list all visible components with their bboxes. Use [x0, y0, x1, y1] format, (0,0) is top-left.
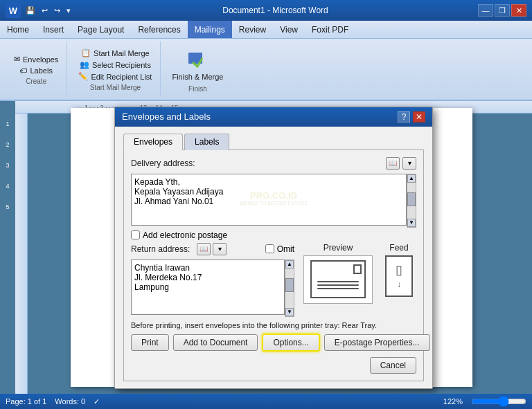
select-recipients-btn[interactable]: 👥 Select Recipients — [76, 59, 155, 71]
finish-merge-btn[interactable]: Finish & Merge — [168, 46, 227, 84]
save-quick-btn[interactable]: 💾 — [24, 6, 37, 16]
labels-btn[interactable]: 🏷 Labels — [15, 65, 56, 76]
tab-mailings[interactable]: Mailings — [188, 21, 232, 38]
tab-envelopes[interactable]: Envelopes — [123, 134, 183, 150]
tab-home[interactable]: Home — [0, 21, 36, 38]
minimize-btn[interactable]: — — [478, 4, 493, 17]
quick-access-toolbar: 💾 ↩ ↪ ▾ — [24, 6, 73, 16]
dialog-body: Envelopes Labels Delivery address: 📖 ▾ — [115, 127, 432, 388]
tab-view[interactable]: View — [273, 21, 305, 38]
omit-label: Omit — [277, 244, 294, 254]
dialog-close-btn[interactable]: ✕ — [413, 111, 425, 122]
document-background: 1 · · · 2 · · · · · · · · · · 13 · · 14 … — [15, 101, 532, 394]
return-scroll-down-btn[interactable]: ▼ — [285, 308, 294, 316]
zoom-level: 122% — [443, 397, 463, 406]
recipients-icon: 👥 — [80, 60, 89, 69]
address-line-2 — [317, 284, 359, 286]
feed-col: Feed ▯ ↓ — [382, 243, 416, 317]
feed-direction-icon: ↓ — [397, 280, 401, 289]
electronic-postage-checkbox[interactable] — [131, 230, 140, 239]
window-title: Document1 - Microsoft Word — [222, 6, 328, 15]
delivery-address-dropdown-btn[interactable]: ▾ — [402, 157, 416, 170]
ribbon-group-create: ✉ Envelopes 🏷 Labels Create — [6, 42, 67, 97]
zoom-slider[interactable] — [471, 396, 526, 407]
address-line-3 — [317, 288, 359, 289]
dialog-tabs: Envelopes Labels — [123, 134, 424, 150]
mail-merge-icon: 📋 — [81, 48, 91, 57]
cancel-row: Cancel — [131, 357, 416, 374]
return-address-book-btn[interactable]: 📖 — [197, 243, 211, 255]
ribbon-group-start-mail-merge: 📋 Start Mail Merge 👥 Select Recipients ✏… — [70, 42, 161, 97]
e-postage-btn[interactable]: E-postage Properties... — [324, 334, 430, 351]
words-info: Words: 0 — [55, 397, 85, 406]
delivery-address-wrapper: Kepada Yth, Kepala Yayasan Adijaya Jl. A… — [131, 174, 416, 228]
feed-label: Feed — [389, 243, 408, 253]
envelope-icon: ✉ — [14, 55, 20, 64]
close-window-btn[interactable]: ✕ — [511, 4, 526, 17]
title-bar: W 💾 ↩ ↪ ▾ Document1 - Microsoft Word — ❐… — [0, 0, 532, 21]
undo-quick-btn[interactable]: ↩ — [39, 6, 50, 16]
scroll-thumb[interactable] — [407, 192, 416, 206]
start-mail-merge-group-label: Start Mail Merge — [90, 84, 141, 91]
ruler-num-1: 1 — [6, 120, 9, 127]
options-btn[interactable]: Options... — [262, 334, 319, 352]
start-mail-merge-btn[interactable]: 📋 Start Mail Merge — [77, 47, 154, 59]
print-btn[interactable]: Print — [131, 334, 169, 351]
restore-btn[interactable]: ❐ — [495, 4, 510, 17]
scroll-up-btn[interactable]: ▲ — [407, 174, 416, 183]
feed-envelope-icon: ▯ — [396, 262, 402, 278]
preview-col: Preview — [300, 243, 376, 317]
dialog-title: Envelopes and Labels — [122, 111, 211, 122]
feed-icon-box: ▯ ↓ — [385, 255, 413, 297]
dialog-help-btn[interactable]: ? — [398, 111, 410, 122]
finish-merge-icon — [186, 49, 209, 71]
labels-icon: 🏷 — [19, 66, 27, 75]
edit-recipient-list-btn[interactable]: ✏️ Edit Recipient List — [74, 71, 156, 82]
add-to-document-btn[interactable]: Add to Document — [173, 334, 258, 351]
dialog-tab-content: Delivery address: 📖 ▾ Kepada Yth, Kepala… — [123, 149, 424, 381]
delivery-scrollbar[interactable]: ▲ ▼ — [407, 174, 416, 228]
delivery-address-book-btn[interactable]: 📖 — [386, 157, 400, 170]
create-group-label: Create — [26, 78, 46, 85]
return-scroll-up-btn[interactable]: ▲ — [285, 260, 294, 269]
cancel-btn[interactable]: Cancel — [370, 357, 416, 374]
electronic-postage-row: Add electronic postage — [131, 230, 416, 240]
envelope-preview — [310, 260, 366, 298]
tab-page-layout[interactable]: Page Layout — [71, 21, 131, 38]
preview-label: Preview — [323, 243, 353, 253]
dialog-title-buttons: ? ✕ — [398, 111, 425, 122]
address-line-1 — [317, 281, 359, 282]
return-address-dropdown-btn[interactable]: ▾ — [213, 243, 227, 255]
ribbon-group-finish: Finish & Merge Finish — [163, 42, 231, 97]
envelopes-btn[interactable]: ✉ Envelopes — [10, 53, 62, 65]
stamp-preview — [353, 264, 362, 274]
main-area: 1 2 3 4 5 1 · · · 2 · · · · · · · · · · … — [0, 101, 532, 394]
tab-labels[interactable]: Labels — [184, 134, 229, 150]
delivery-address-label: Delivery address: — [131, 158, 195, 168]
tab-foxit-pdf[interactable]: Foxit PDF — [305, 21, 355, 38]
word-icon: W — [6, 3, 21, 18]
delivery-address-input[interactable]: Kepada Yth, Kepala Yayasan Adijaya Jl. A… — [131, 174, 407, 226]
bottom-section: Return address: 📖 ▾ Omit — [131, 243, 416, 317]
finish-group-label: Finish — [188, 85, 207, 93]
tab-review[interactable]: Review — [232, 21, 273, 38]
redo-quick-btn[interactable]: ↪ — [52, 6, 62, 16]
tab-references[interactable]: References — [131, 21, 187, 38]
ruler-num-5: 5 — [6, 203, 9, 210]
status-bar: Page: 1 of 1 Words: 0 ✓ 122% — [0, 394, 532, 409]
ruler-num-4: 4 — [6, 183, 9, 190]
return-scroll-thumb[interactable] — [285, 278, 294, 292]
tab-insert[interactable]: Insert — [36, 21, 71, 38]
address-lines-preview — [317, 279, 359, 291]
title-bar-left: W 💾 ↩ ↪ ▾ — [6, 3, 73, 18]
omit-row: Omit — [265, 244, 294, 254]
return-address-input[interactable]: Chyntia Irawan Jl. Merdeka No.17 Lampung — [131, 260, 285, 315]
customize-quick-btn[interactable]: ▾ — [64, 6, 73, 16]
omit-checkbox[interactable] — [265, 244, 274, 253]
ruler-num-3: 3 — [6, 162, 9, 169]
scroll-down-btn[interactable]: ▼ — [407, 219, 416, 227]
ribbon-tabs: Home Insert Page Layout References Maili… — [0, 21, 532, 39]
return-scrollbar[interactable]: ▲ ▼ — [285, 260, 294, 317]
ribbon-content: ✉ Envelopes 🏷 Labels Create 📋 Start Mail… — [0, 39, 532, 101]
return-address-header: Return address: 📖 ▾ Omit — [131, 243, 294, 255]
